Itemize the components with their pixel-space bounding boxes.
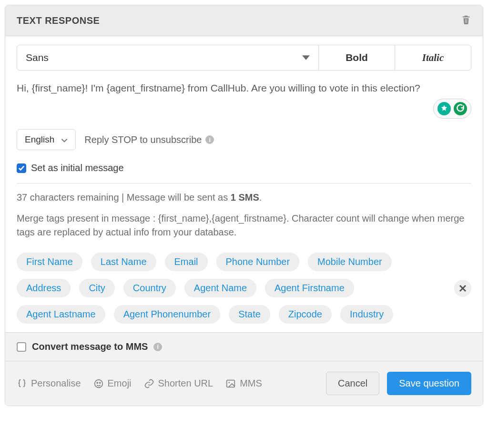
font-select[interactable]: Sans [17,45,318,70]
save-button[interactable]: Save question [387,372,471,395]
link-icon [144,378,154,389]
caret-down-icon [302,54,310,61]
merge-tag[interactable]: Agent Lastname [17,305,105,324]
grammarly-icon [454,102,467,115]
footer-toolbar: Personalise Emoji Shorten URL MMS [5,361,483,406]
merge-tag[interactable]: Agent Firstname [265,279,354,297]
merge-tag[interactable]: Address [17,279,71,297]
svg-point-2 [99,382,100,383]
merge-tag[interactable]: Phone Number [216,253,300,271]
bold-button[interactable]: Bold [318,45,395,70]
footer-actions: Cancel Save question [326,372,471,395]
merge-tags-area: First NameLast NameEmailPhone NumberMobi… [17,253,471,332]
language-select-value: English [25,134,54,145]
emoji-tool[interactable]: Emoji [93,378,132,389]
close-tags-button[interactable] [454,280,471,297]
language-row: English Reply STOP to unsubscribe i [17,129,471,150]
tone-icon [437,102,451,115]
merge-tag[interactable]: State [229,305,270,324]
message-text[interactable]: Hi, {first_name}! I'm {agent_firstname} … [17,81,471,95]
merge-tag[interactable]: Last Name [91,253,156,271]
text-response-panel: TEXT RESPONSE Sans Bold Italic Hi, {firs… [5,5,483,406]
mms-tool[interactable]: MMS [225,378,262,389]
delete-icon[interactable] [461,14,471,27]
merge-tag[interactable]: Industry [340,305,393,324]
panel-header: TEXT RESPONSE [5,5,483,36]
chevron-down-icon [61,134,68,145]
svg-point-0 [94,380,102,388]
svg-point-4 [229,382,230,383]
panel-body: Sans Bold Italic Hi, {first_name}! I'm {… [5,36,483,332]
info-icon[interactable]: i [153,343,162,351]
footer-tools: Personalise Emoji Shorten URL MMS [17,378,262,389]
merge-tag[interactable]: First Name [17,253,82,271]
unsubscribe-note: Reply STOP to unsubscribe i [84,134,214,145]
initial-message-row: Set as initial message [17,163,471,173]
initial-message-checkbox[interactable] [17,163,26,173]
merge-tag[interactable]: Country [123,279,176,297]
character-counter: 37 characters remaining | Message will b… [17,192,471,203]
italic-button[interactable]: Italic [395,45,471,70]
merge-tag[interactable]: Mobile Number [308,253,392,271]
convert-mms-row: Convert message to MMS i [5,332,483,361]
image-icon [225,378,236,389]
merge-tag[interactable]: Agent Phonenumber [114,305,220,324]
svg-rect-3 [227,380,235,387]
language-select[interactable]: English [17,129,76,150]
personalise-tool[interactable]: Personalise [17,378,81,389]
merge-tag[interactable]: City [79,279,114,297]
convert-mms-checkbox[interactable] [17,342,26,352]
cancel-button[interactable]: Cancel [326,372,379,395]
braces-icon [17,378,27,389]
svg-point-1 [97,382,98,383]
info-icon[interactable]: i [205,135,214,144]
merge-tags-note: Merge tags present in message : {first_n… [17,212,471,239]
grammarly-pill[interactable] [433,99,471,119]
merge-tag[interactable]: Agent Name [184,279,256,297]
grammarly-widget [17,99,471,119]
initial-message-label: Set as initial message [31,163,124,173]
merge-tags-list: First NameLast NameEmailPhone NumberMobi… [17,253,447,324]
font-select-value: Sans [26,52,49,63]
emoji-icon [93,378,104,389]
merge-tag[interactable]: Email [165,253,208,271]
divider [17,183,471,183]
merge-tag[interactable]: Zipcode [279,305,332,324]
shorten-url-tool[interactable]: Shorten URL [144,378,214,389]
convert-mms-label: Convert message to MMS [32,341,148,352]
format-toolbar: Sans Bold Italic [17,45,471,71]
panel-title: TEXT RESPONSE [17,15,100,26]
